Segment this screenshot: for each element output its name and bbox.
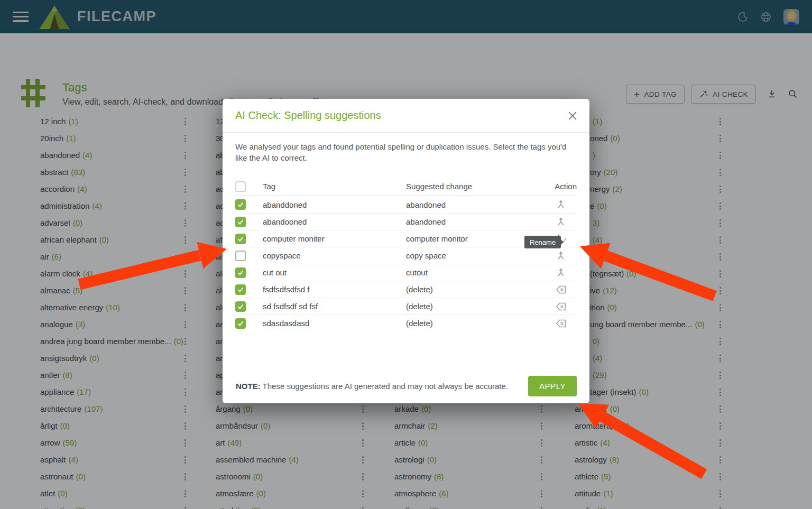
row-checkbox[interactable] bbox=[235, 301, 246, 312]
suggestion-row: abanddonedabandoned bbox=[235, 196, 577, 213]
check-icon bbox=[237, 269, 244, 276]
row-checkbox[interactable] bbox=[235, 251, 246, 261]
suggestion-tag: abanddoned bbox=[263, 200, 406, 209]
merge-action-button[interactable] bbox=[545, 267, 577, 279]
delete-action-button[interactable] bbox=[545, 284, 577, 295]
row-checkbox[interactable] bbox=[235, 318, 246, 329]
row-checkbox[interactable] bbox=[235, 199, 246, 210]
merge-action-button[interactable] bbox=[545, 250, 577, 262]
suggestion-change: abandoned bbox=[406, 200, 545, 209]
suggestion-row: sdasdasdasd(delete) bbox=[235, 314, 577, 331]
suggestion-tag: sd fsdfsdf sd fsf bbox=[263, 302, 406, 311]
suggestion-change: abandoned bbox=[406, 217, 545, 226]
merge-action-button[interactable] bbox=[545, 199, 577, 210]
suggestion-tag: cut out bbox=[263, 268, 406, 277]
suggestion-row: cut outcutout bbox=[235, 264, 577, 281]
merge-icon bbox=[555, 199, 567, 210]
row-checkbox[interactable] bbox=[235, 217, 246, 227]
delete-backspace-icon bbox=[555, 301, 567, 312]
apply-button[interactable]: APPLY bbox=[528, 376, 577, 396]
merge-icon bbox=[555, 250, 567, 262]
suggestion-row: abandoonedabandoned bbox=[235, 213, 577, 230]
check-icon bbox=[237, 320, 244, 327]
suggestions-table: Tag Suggested change Action abanddonedab… bbox=[235, 177, 577, 331]
merge-action-button[interactable] bbox=[545, 216, 577, 228]
row-checkbox[interactable] bbox=[235, 284, 246, 295]
row-checkbox[interactable] bbox=[235, 234, 246, 244]
column-header-tag: Tag bbox=[263, 182, 406, 191]
column-header-suggested-change: Suggested change bbox=[406, 182, 545, 191]
select-all-checkbox[interactable] bbox=[235, 181, 246, 192]
check-icon bbox=[237, 303, 244, 310]
suggestion-change: (delete) bbox=[406, 302, 545, 311]
suggestion-change: copy space bbox=[406, 251, 545, 260]
rename-tooltip: Rename bbox=[524, 236, 561, 248]
delete-backspace-icon bbox=[555, 318, 567, 329]
delete-action-button[interactable] bbox=[545, 301, 577, 312]
column-header-action: Action bbox=[545, 182, 577, 191]
delete-backspace-icon bbox=[555, 284, 567, 295]
check-icon bbox=[237, 201, 244, 208]
suggestion-change: cutout bbox=[406, 268, 545, 277]
modal-note: NOTE: These suggestions are AI generated… bbox=[236, 382, 508, 391]
check-icon bbox=[237, 235, 244, 243]
suggestion-change: (delete) bbox=[406, 285, 545, 294]
check-icon bbox=[237, 218, 244, 226]
suggestion-row: fsdfsdfsdfsd f(delete) bbox=[235, 281, 577, 298]
suggestion-tag: copyspace bbox=[263, 251, 406, 260]
close-icon[interactable] bbox=[568, 112, 577, 120]
suggestion-tag: abandooned bbox=[263, 217, 406, 226]
row-checkbox[interactable] bbox=[235, 267, 246, 278]
check-icon bbox=[237, 286, 244, 293]
suggestion-row: sd fsdfsdf sd fsf(delete) bbox=[235, 298, 577, 314]
modal-title: AI Check: Spelling suggestions bbox=[235, 109, 381, 122]
suggestion-row: copyspacecopy space bbox=[235, 247, 577, 264]
suggestion-tag: sdasdasdasd bbox=[263, 319, 406, 328]
suggestion-tag: fsdfsdfsdfsd f bbox=[263, 285, 406, 294]
delete-action-button[interactable] bbox=[545, 318, 577, 329]
ai-check-modal: AI Check: Spelling suggestions We analys… bbox=[223, 99, 589, 403]
suggestion-tag: computer moniter bbox=[263, 234, 406, 243]
merge-icon bbox=[555, 267, 567, 279]
merge-icon bbox=[555, 216, 567, 228]
modal-description: We analysed your tags and found potentia… bbox=[235, 141, 576, 163]
suggestion-change: (delete) bbox=[406, 319, 545, 328]
